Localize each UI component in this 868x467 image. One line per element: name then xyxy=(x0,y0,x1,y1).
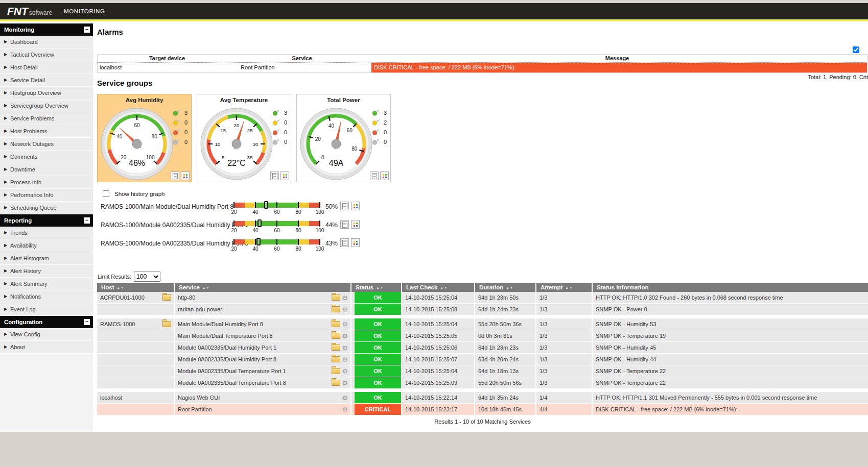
sidebar-item-host-problems[interactable]: ▶Host Problems xyxy=(0,125,93,138)
status-badge[interactable]: OK xyxy=(355,354,401,365)
sidebar-item-hostgroup-overview[interactable]: ▶Hostgroup Overview xyxy=(0,87,93,100)
gear-icon[interactable]: ⚙ xyxy=(342,380,348,386)
status-badge[interactable]: OK xyxy=(355,304,401,315)
pixel-grid-icon[interactable] xyxy=(380,171,389,180)
folder-icon[interactable] xyxy=(332,321,340,327)
document-icon[interactable] xyxy=(340,220,349,229)
limit-results-select[interactable]: 100 xyxy=(134,272,160,282)
pixel-grid-icon[interactable] xyxy=(181,171,190,180)
alarm-target-device[interactable]: localhost xyxy=(98,63,239,72)
sidebar-item-trends[interactable]: ▶Trends xyxy=(0,227,93,239)
sidebar-item-alert-histogram[interactable]: ▶Alert Histogram xyxy=(0,252,93,265)
sidebar-item-dashboard[interactable]: ▶Dashboard xyxy=(0,36,93,48)
folder-icon[interactable] xyxy=(332,306,340,312)
gear-icon[interactable]: ⚙ xyxy=(342,333,348,339)
folder-icon[interactable] xyxy=(332,333,340,339)
gear-icon[interactable]: ⚙ xyxy=(342,395,348,401)
sidebar-item-event-log[interactable]: ▶Event Log xyxy=(0,303,93,316)
gear-icon[interactable]: ⚙ xyxy=(342,356,348,363)
col-header-attempt[interactable]: Attempt▲▼ xyxy=(536,283,593,292)
bar-value-marker[interactable] xyxy=(264,201,268,209)
sort-icons[interactable]: ▲▼ xyxy=(117,286,125,289)
folder-icon[interactable] xyxy=(162,294,171,301)
sort-icons[interactable]: ▲▼ xyxy=(202,286,210,289)
sidebar-item-comments[interactable]: ▶Comments xyxy=(0,151,93,163)
collapse-icon[interactable]: − xyxy=(84,217,90,224)
sidebar-item-alert-summary[interactable]: ▶Alert Summary xyxy=(0,278,93,290)
document-icon[interactable] xyxy=(270,171,279,180)
service-name[interactable]: http-80 xyxy=(178,294,195,301)
alarm-filter-checkbox[interactable] xyxy=(853,46,859,53)
folder-icon[interactable] xyxy=(162,321,171,327)
col-header-service[interactable]: Service▲▼ xyxy=(175,283,351,292)
folder-icon[interactable] xyxy=(332,294,340,301)
sidebar-item-view-config[interactable]: ▶View Config xyxy=(0,328,93,341)
service-name[interactable]: Module 0A002335/Dual Humidity Port 8 xyxy=(178,356,276,362)
pixel-grid-icon[interactable] xyxy=(351,202,360,210)
service-name[interactable]: Nagios Web GUI xyxy=(178,395,220,401)
folder-icon[interactable] xyxy=(332,356,340,362)
sidebar-item-scheduling-queue[interactable]: ▶Scheduling Queue xyxy=(0,202,93,214)
sidebar-item-service-detail[interactable]: ▶Service Detail xyxy=(0,74,93,87)
gear-icon[interactable]: ⚙ xyxy=(342,321,348,328)
pixel-grid-icon[interactable] xyxy=(351,238,360,247)
gauge-card-avg-temperature[interactable]: Avg Temperature510152025303522°C3000 xyxy=(197,94,291,182)
host-name[interactable]: ACRPDU01-1000 xyxy=(100,294,145,301)
document-icon[interactable] xyxy=(340,238,349,247)
folder-icon[interactable] xyxy=(332,345,340,351)
host-name[interactable]: RAMOS-1000 xyxy=(100,321,135,327)
service-name[interactable]: Module 0A002335/Dual Temperature Port 1 xyxy=(178,368,286,374)
sidebar-item-performance-info[interactable]: ▶Performance Info xyxy=(0,189,93,202)
folder-icon[interactable] xyxy=(332,380,340,386)
bar-value-marker[interactable] xyxy=(256,238,261,245)
gauge-card-avg-humidity[interactable]: Avg Humidity2040608010046%3000 xyxy=(97,94,192,182)
collapse-icon[interactable]: − xyxy=(84,319,90,325)
service-name[interactable]: Main Module/Dual Temperature Port 8 xyxy=(178,333,273,339)
host-name[interactable]: localhost xyxy=(100,395,122,401)
alarm-service[interactable]: Root Partition xyxy=(239,63,371,72)
service-name[interactable]: Root Partition xyxy=(178,406,212,412)
col-header-host[interactable]: Host▲▼ xyxy=(97,283,175,292)
show-history-checkbox[interactable] xyxy=(103,190,109,197)
gauge-card-total-power[interactable]: Total Power02040608049A3200 xyxy=(296,94,391,182)
col-header-duration[interactable]: Duration▲▼ xyxy=(475,283,536,292)
status-badge[interactable]: OK xyxy=(355,377,401,388)
sidebar-item-network-outages[interactable]: ▶Network Outages xyxy=(0,138,93,151)
bar-value-marker[interactable] xyxy=(257,219,262,227)
document-icon[interactable] xyxy=(171,171,179,180)
collapse-icon[interactable]: − xyxy=(84,27,90,33)
status-badge[interactable]: OK xyxy=(355,330,401,341)
col-header-status-information[interactable]: Status Information xyxy=(593,283,868,292)
sort-icons[interactable]: ▲▼ xyxy=(440,286,448,289)
gear-icon[interactable]: ⚙ xyxy=(342,406,348,413)
document-icon[interactable] xyxy=(340,202,349,210)
gear-icon[interactable]: ⚙ xyxy=(342,368,348,375)
sort-icons[interactable]: ▲▼ xyxy=(565,286,573,289)
sidebar-item-availability[interactable]: ▶Availability xyxy=(0,239,93,252)
status-badge[interactable]: OK xyxy=(355,365,401,377)
nav-monitoring[interactable]: MONITORING xyxy=(64,8,105,14)
status-badge[interactable]: OK xyxy=(355,292,401,303)
service-name[interactable]: Module 0A002335/Dual Temperature Port 8 xyxy=(178,380,286,386)
sidebar-item-downtime[interactable]: ▶Downtime xyxy=(0,163,93,176)
col-header-status[interactable]: Status▲▼ xyxy=(351,283,402,292)
status-badge[interactable]: OK xyxy=(355,318,401,330)
document-icon[interactable] xyxy=(370,171,379,180)
folder-icon[interactable] xyxy=(332,368,340,374)
sidebar-item-process-info[interactable]: ▶Process Info xyxy=(0,176,93,189)
status-badge[interactable]: CRITICAL xyxy=(355,404,401,415)
gear-icon[interactable]: ⚙ xyxy=(342,294,348,301)
sort-icons[interactable]: ▲▼ xyxy=(376,286,384,289)
status-badge[interactable]: OK xyxy=(355,392,401,403)
sidebar-item-service-problems[interactable]: ▶Service Problems xyxy=(0,112,93,125)
service-name[interactable]: raritan-pdu-power xyxy=(178,306,222,312)
sidebar-item-servicegroup-overview[interactable]: ▶Servicegroup Overview xyxy=(0,100,93,112)
sidebar-item-tactical-overview[interactable]: ▶Tactical Overview xyxy=(0,48,93,61)
pixel-grid-icon[interactable] xyxy=(280,171,289,180)
sidebar-item-alert-history[interactable]: ▶Alert History xyxy=(0,265,93,278)
pixel-grid-icon[interactable] xyxy=(351,220,360,229)
sidebar-item-notifications[interactable]: ▶Notifications xyxy=(0,290,93,303)
status-badge[interactable]: OK xyxy=(355,342,401,353)
gear-icon[interactable]: ⚙ xyxy=(342,345,348,351)
sort-icons[interactable]: ▲▼ xyxy=(506,286,513,289)
